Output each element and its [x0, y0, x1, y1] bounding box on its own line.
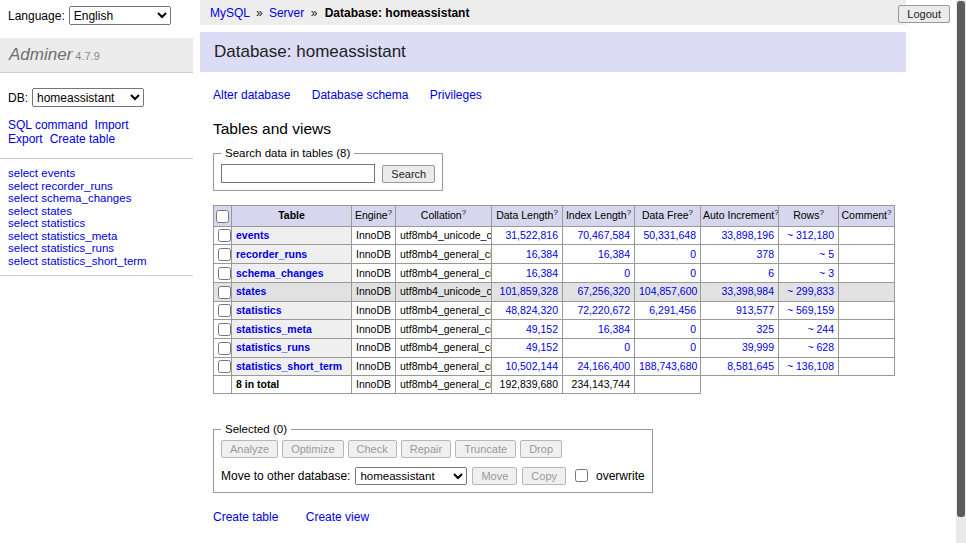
- data-length-link[interactable]: 10,502,144: [505, 360, 558, 372]
- create-view-link[interactable]: Create view: [306, 510, 369, 524]
- data-free-link[interactable]: 0: [690, 323, 696, 335]
- select-table-link[interactable]: select: [8, 205, 38, 217]
- bulk-optimize-button[interactable]: Optimize: [282, 440, 343, 458]
- rows-count-link[interactable]: ~ 5: [819, 248, 834, 260]
- sidebar-table-name-link[interactable]: statistics_runs: [41, 242, 114, 254]
- sidebar-table-name-link[interactable]: events: [41, 167, 75, 179]
- data-free-link[interactable]: 188,743,680: [639, 360, 697, 372]
- row-checkbox[interactable]: [218, 323, 231, 336]
- rows-count-link[interactable]: ~ 628: [807, 341, 834, 353]
- move-button[interactable]: Move: [472, 467, 517, 485]
- sidebar-table-name-link[interactable]: statistics_short_term: [41, 255, 146, 267]
- index-length-link[interactable]: 67,256,320: [577, 285, 630, 297]
- row-checkbox[interactable]: [218, 304, 231, 317]
- auto-increment-link[interactable]: 33,398,984: [721, 285, 774, 297]
- auto-increment-link[interactable]: 39,999: [742, 341, 774, 353]
- table-name-link[interactable]: events: [236, 229, 269, 241]
- table-name-link[interactable]: recorder_runs: [236, 248, 307, 260]
- rows-count-link[interactable]: ~ 569,159: [787, 304, 834, 316]
- row-checkbox[interactable]: [218, 286, 231, 299]
- data-free-link[interactable]: 104,857,600: [639, 285, 697, 297]
- language-select[interactable]: English: [69, 6, 171, 25]
- data-free-link[interactable]: 0: [690, 341, 696, 353]
- column-help-link[interactable]: ?: [462, 208, 466, 217]
- data-free-link[interactable]: 50,331,648: [643, 229, 696, 241]
- page-scrollbar[interactable]: [956, 0, 966, 543]
- data-free-link[interactable]: 0: [690, 267, 696, 279]
- sql-command-link[interactable]: SQL command: [8, 118, 88, 132]
- search-input[interactable]: [221, 164, 375, 183]
- data-free-link[interactable]: 0: [690, 248, 696, 260]
- row-checkbox[interactable]: [218, 360, 231, 373]
- move-db-select[interactable]: homeassistant: [355, 467, 467, 485]
- rows-count-link[interactable]: ~ 3: [819, 267, 834, 279]
- rows-count-link[interactable]: ~ 136,108: [787, 360, 834, 372]
- bulk-truncate-button[interactable]: Truncate: [455, 440, 516, 458]
- row-checkbox[interactable]: [218, 267, 231, 280]
- data-length-link[interactable]: 49,152: [526, 341, 558, 353]
- database-schema-link[interactable]: Database schema: [312, 88, 409, 102]
- index-length-link[interactable]: 16,384: [598, 248, 630, 260]
- bulk-drop-button[interactable]: Drop: [520, 440, 562, 458]
- select-table-link[interactable]: select: [8, 192, 38, 204]
- table-name-link[interactable]: statistics_meta: [236, 323, 312, 335]
- auto-increment-link[interactable]: 325: [756, 323, 774, 335]
- export-link[interactable]: Export: [8, 132, 43, 146]
- select-table-link[interactable]: select: [8, 217, 38, 229]
- logout-button[interactable]: Logout: [898, 5, 950, 23]
- column-help-link[interactable]: ?: [887, 208, 891, 217]
- table-name-link[interactable]: states: [236, 285, 266, 297]
- copy-button[interactable]: Copy: [522, 467, 566, 485]
- data-length-link[interactable]: 16,384: [526, 248, 558, 260]
- table-name-link[interactable]: statistics: [236, 304, 282, 316]
- column-help-link[interactable]: ?: [819, 208, 823, 217]
- index-length-link[interactable]: 24,166,400: [577, 360, 630, 372]
- bulk-analyze-button[interactable]: Analyze: [221, 440, 278, 458]
- index-length-link[interactable]: 0: [624, 267, 630, 279]
- rows-count-link[interactable]: ~ 244: [807, 323, 834, 335]
- privileges-link[interactable]: Privileges: [430, 88, 482, 102]
- data-length-link[interactable]: 49,152: [526, 323, 558, 335]
- index-length-link[interactable]: 70,467,584: [577, 229, 630, 241]
- auto-increment-link[interactable]: 8,581,645: [727, 360, 774, 372]
- auto-increment-link[interactable]: 33,898,196: [721, 229, 774, 241]
- table-name-link[interactable]: schema_changes: [236, 267, 324, 279]
- column-help-link[interactable]: ?: [689, 208, 693, 217]
- select-table-link[interactable]: select: [8, 230, 38, 242]
- select-table-link[interactable]: select: [8, 167, 38, 179]
- data-free-link[interactable]: 6,291,456: [649, 304, 696, 316]
- rows-count-link[interactable]: ~ 312,180: [787, 229, 834, 241]
- rows-count-link[interactable]: ~ 299,833: [787, 285, 834, 297]
- data-length-link[interactable]: 31,522,816: [505, 229, 558, 241]
- row-checkbox[interactable]: [218, 229, 231, 242]
- column-help-link[interactable]: ?: [553, 208, 557, 217]
- auto-increment-link[interactable]: 378: [756, 248, 774, 260]
- data-length-link[interactable]: 48,824,320: [505, 304, 558, 316]
- import-link[interactable]: Import: [95, 118, 129, 132]
- data-length-link[interactable]: 101,859,328: [500, 285, 558, 297]
- sidebar-table-name-link[interactable]: states: [41, 205, 72, 217]
- overwrite-checkbox[interactable]: [575, 469, 588, 482]
- db-select[interactable]: homeassistant: [32, 88, 144, 107]
- column-help-link[interactable]: ?: [388, 208, 392, 217]
- data-length-link[interactable]: 16,384: [526, 267, 558, 279]
- bulk-repair-button[interactable]: Repair: [401, 440, 451, 458]
- row-checkbox[interactable]: [218, 342, 231, 355]
- sidebar-table-name-link[interactable]: statistics_meta: [41, 230, 117, 242]
- row-checkbox[interactable]: [218, 248, 231, 261]
- alter-database-link[interactable]: Alter database: [213, 88, 290, 102]
- index-length-link[interactable]: 16,384: [598, 323, 630, 335]
- create-table-link[interactable]: Create table: [213, 510, 278, 524]
- create-table-sidebar-link[interactable]: Create table: [50, 132, 115, 146]
- index-length-link[interactable]: 72,220,672: [577, 304, 630, 316]
- search-button[interactable]: Search: [382, 165, 435, 183]
- auto-increment-link[interactable]: 6: [768, 267, 774, 279]
- column-help-link[interactable]: ?: [627, 208, 631, 217]
- index-length-link[interactable]: 0: [624, 341, 630, 353]
- table-name-link[interactable]: statistics_runs: [236, 341, 310, 353]
- breadcrumb-server-link[interactable]: Server: [269, 6, 304, 20]
- breadcrumb-mysql-link[interactable]: MySQL: [210, 6, 250, 20]
- sidebar-table-name-link[interactable]: recorder_runs: [41, 180, 113, 192]
- scrollbar-thumb[interactable]: [957, 1, 965, 517]
- bulk-check-button[interactable]: Check: [348, 440, 397, 458]
